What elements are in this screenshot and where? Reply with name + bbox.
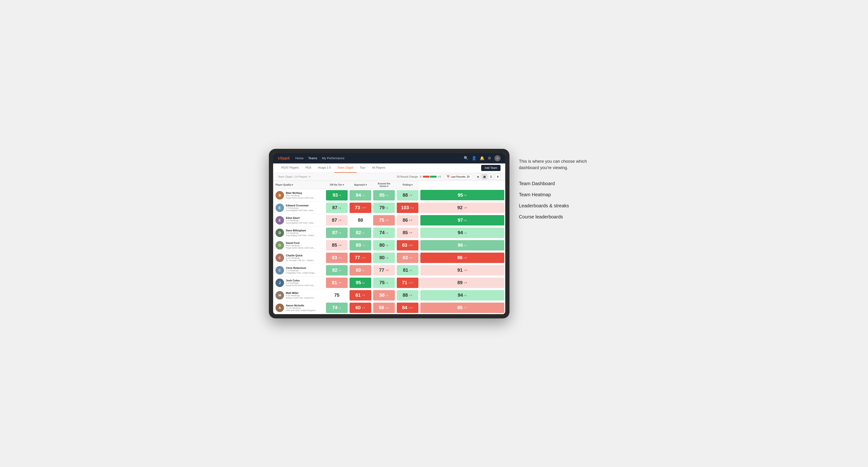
player-quality-cell[interactable]: 83 -3▼ [325,251,349,264]
edit-icon[interactable]: ✏ [309,175,311,178]
putting-cell[interactable]: 86 -8▼ [420,251,505,264]
player-quality-cell[interactable]: 87 -3▼ [325,214,349,226]
tab-all-players[interactable]: All Players [369,163,389,173]
player-quality-cell[interactable]: 93 +9 [325,189,349,201]
grid-view-button[interactable]: ⊞ [475,174,481,180]
metric-change: -3▼ [338,219,342,221]
off-tee-cell[interactable]: 89 7▲ [349,239,372,251]
col-off-tee[interactable]: Off the Tee ▾ [325,181,349,189]
player-quality-cell[interactable]: 87 1▲ [325,201,349,214]
around-green-cell[interactable]: 81 4▲ [396,264,420,276]
approach-cell[interactable]: 80 3▲ [372,239,396,251]
user-icon[interactable]: 👤 [472,156,476,160]
nav-teams[interactable]: Teams [308,156,317,160]
player-name: Charlie Quick [286,254,316,257]
col-approach[interactable]: Approach ▾ [349,181,372,189]
player-quality-cell[interactable]: 74 8▲ [325,302,349,314]
metric-change: 1▲ [338,207,342,209]
putting-cell[interactable]: 85 -4▼ [420,302,505,314]
putting-cell[interactable]: 94 1▲ [420,226,505,239]
last-rounds-button[interactable]: 📅 Last Rounds: 20 [444,174,472,179]
putting-cell[interactable]: 94 3▲ [420,289,505,302]
off-tee-cell[interactable]: 84 6▲ [349,189,372,201]
player-cell[interactable]: B Blair McHarg Plus Handicap Royal North… [273,189,325,201]
putting-cell[interactable]: 95 9▲ [420,189,505,201]
metric-change: -4▼ [463,307,467,309]
off-tee-cell[interactable]: 73 -11▼ [349,201,372,214]
metric-value: 94 [458,292,463,298]
metric-change: -3▼ [463,269,467,272]
player-quality-cell[interactable]: 82 3▲ [325,264,349,276]
avatar[interactable]: U [494,155,500,161]
metric-change: 15▲ [410,207,414,209]
player-cell[interactable]: E Elliot Ebert 1-5 Handicap Sunningdale … [273,214,325,226]
player-cell[interactable]: E Edward Crossman 1-5 Handicap Sunningda… [273,201,325,214]
around-green-cell[interactable]: 86 -6▼ [396,214,420,226]
approach-cell[interactable]: 75 -3▼ [372,214,396,226]
approach-cell[interactable]: 58 4▲ [372,289,396,302]
player-hcap: Plus Handicap [286,244,316,247]
putting-cell[interactable]: 96 3▲ [420,239,505,251]
off-tee-cell[interactable]: 60 -1▼ [349,302,372,314]
tab-pga[interactable]: PGA [302,163,315,173]
tab-pgat[interactable]: PGAT Players [278,163,302,173]
player-cell[interactable]: M Matt Miller 6-10 Handicap Woburn Golf … [273,289,325,302]
player-quality-cell[interactable]: 81 -3▼ [325,276,349,289]
player-quality-cell[interactable]: 87 4▲ [325,226,349,239]
player-quality-cell[interactable]: 75 [325,289,349,302]
col-around-green[interactable]: Around the Green ▾ [372,181,396,189]
tab-tour[interactable]: Tour [356,163,369,173]
off-tee-cell[interactable]: 60 2▲ [349,264,372,276]
approach-cell[interactable]: 77 -3▼ [372,264,396,276]
table-row: B Blair McHarg Plus Handicap Royal North… [273,189,505,201]
around-green-cell[interactable]: 71 -11▼ [396,276,420,289]
metric-value: 91 [457,268,463,273]
player-cell[interactable]: A Aaron Nicholls 11-15 Handicap Drift Go… [273,302,325,314]
putting-cell[interactable]: 97 5▲ [420,214,505,226]
around-green-cell[interactable]: 88 -2▼ [396,289,420,302]
off-tee-cell[interactable]: 95 8▲ [349,276,372,289]
around-green-cell[interactable]: 83 -10▼ [396,239,420,251]
tab-team-clippd[interactable]: Team Clippd [334,163,356,173]
approach-cell[interactable]: 75 2▲ [372,276,396,289]
player-info: Blair McHarg Plus Handicap Royal North D… [286,191,316,199]
off-tee-cell[interactable]: 82 4▲ [349,226,372,239]
approach-cell[interactable]: 58 10▲ [372,302,396,314]
nav-home[interactable]: Home [295,156,304,160]
approach-cell[interactable]: 79 9▲ [372,201,396,214]
player-cell[interactable]: C Charlie Quick 6-10 Handicap St. George… [273,252,325,264]
around-green-cell[interactable]: 88 -1▼ [396,189,420,201]
around-green-cell[interactable]: 103 15▲ [396,201,420,214]
pos-bar [430,176,437,178]
metric-value: 89 [356,243,361,248]
player-quality-cell[interactable]: 85 -3▼ [325,239,349,251]
col-putting[interactable]: Putting ▾ [396,181,420,189]
putting-cell[interactable]: 91 -3▼ [420,264,505,276]
putting-cell[interactable]: 92 -3▼ [420,201,505,214]
putting-cell[interactable]: 89 -2▼ [420,276,505,289]
more-view-button[interactable]: ⬇ [495,174,500,180]
add-team-button[interactable]: Add Team [481,165,500,171]
player-cell[interactable]: J Josh Coles 1-5 Handicap Royal North De… [273,277,325,289]
tab-hcaps[interactable]: Hcaps 1-5 [315,163,334,173]
list-view-button[interactable]: ☰ [488,174,494,180]
around-green-cell[interactable]: 84 -21▼ [396,302,420,314]
search-icon[interactable]: 🔍 [464,156,468,160]
around-green-cell[interactable]: 83 -6▼ [396,251,420,264]
approach-cell[interactable]: 80 1▲ [372,251,396,264]
settings-icon[interactable]: ⚙ [488,156,491,160]
off-tee-cell[interactable]: 61 -3▼ [349,289,372,302]
player-cell[interactable]: D David Ford Plus Handicap Royal North D… [273,239,325,251]
bell-icon[interactable]: 🔔 [480,156,485,160]
approach-cell[interactable]: 85 8▲ [372,189,396,201]
around-green-cell[interactable]: 85 -3▼ [396,226,420,239]
heatmap-view-button[interactable]: ▦ [482,174,487,180]
player-cell[interactable]: D Dave Billingham 1-5 Handicap Gog Magog… [273,227,325,239]
approach-cell[interactable]: 74 1▲ [372,226,396,239]
col-player[interactable]: Player Quality ▾ [273,181,325,189]
off-tee-cell[interactable]: 88 [349,214,372,226]
player-cell[interactable]: C Chris Robertson 1-5 Handicap Craigmill… [273,264,325,276]
off-tee-cell[interactable]: 77 -14▼ [349,251,372,264]
metric-box: 77 -3▼ [373,265,395,276]
nav-my-performance[interactable]: My Performance [322,156,344,160]
